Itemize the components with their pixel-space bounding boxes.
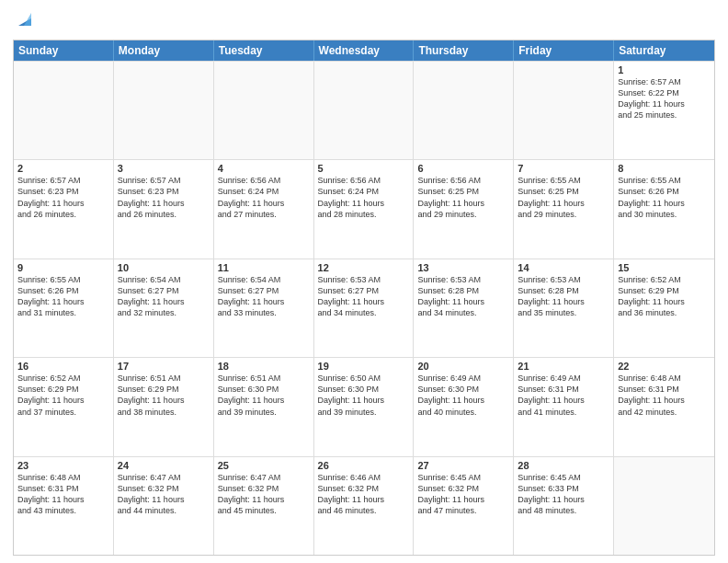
day-info: Sunrise: 6:48 AM Sunset: 6:31 PM Dayligh… (17, 472, 109, 517)
header-cell-saturday: Saturday (614, 40, 714, 61)
day-number: 26 (318, 460, 410, 471)
day-number: 2 (17, 163, 109, 174)
day-number: 27 (417, 460, 509, 471)
day-info: Sunrise: 6:47 AM Sunset: 6:32 PM Dayligh… (218, 472, 310, 517)
empty-cell-0-1 (114, 62, 214, 159)
day-cell-18: 18Sunrise: 6:51 AM Sunset: 6:30 PM Dayli… (214, 358, 314, 455)
day-cell-28: 28Sunrise: 6:45 AM Sunset: 6:33 PM Dayli… (514, 457, 614, 555)
header-cell-thursday: Thursday (414, 40, 514, 61)
day-cell-14: 14Sunrise: 6:53 AM Sunset: 6:28 PM Dayli… (514, 259, 614, 357)
day-cell-4: 4Sunrise: 6:56 AM Sunset: 6:24 PM Daylig… (214, 160, 314, 258)
day-info: Sunrise: 6:57 AM Sunset: 6:23 PM Dayligh… (17, 175, 109, 220)
svg-marker-1 (24, 13, 31, 26)
day-cell-22: 22Sunrise: 6:48 AM Sunset: 6:31 PM Dayli… (614, 358, 714, 455)
day-number: 13 (417, 262, 509, 273)
day-info: Sunrise: 6:51 AM Sunset: 6:30 PM Dayligh… (218, 373, 310, 418)
header-cell-tuesday: Tuesday (214, 40, 314, 61)
day-cell-26: 26Sunrise: 6:46 AM Sunset: 6:32 PM Dayli… (314, 457, 415, 555)
day-number: 24 (118, 460, 210, 471)
calendar-header-row: SundayMondayTuesdayWednesdayThursdayFrid… (14, 40, 714, 61)
day-info: Sunrise: 6:46 AM Sunset: 6:32 PM Dayligh… (318, 472, 410, 517)
day-number: 8 (618, 163, 711, 174)
day-info: Sunrise: 6:53 AM Sunset: 6:27 PM Dayligh… (318, 274, 410, 319)
header-cell-sunday: Sunday (14, 40, 114, 61)
day-number: 7 (518, 163, 609, 174)
day-number: 22 (618, 361, 711, 372)
day-cell-2: 2Sunrise: 6:57 AM Sunset: 6:23 PM Daylig… (14, 160, 114, 258)
day-cell-6: 6Sunrise: 6:56 AM Sunset: 6:25 PM Daylig… (414, 160, 514, 258)
day-number: 19 (318, 361, 410, 372)
day-cell-11: 11Sunrise: 6:54 AM Sunset: 6:27 PM Dayli… (214, 259, 314, 357)
day-cell-25: 25Sunrise: 6:47 AM Sunset: 6:32 PM Dayli… (214, 457, 314, 555)
day-cell-12: 12Sunrise: 6:53 AM Sunset: 6:27 PM Dayli… (314, 259, 415, 357)
day-info: Sunrise: 6:55 AM Sunset: 6:25 PM Dayligh… (518, 175, 609, 220)
day-info: Sunrise: 6:45 AM Sunset: 6:33 PM Dayligh… (518, 472, 609, 517)
day-cell-5: 5Sunrise: 6:56 AM Sunset: 6:24 PM Daylig… (314, 160, 415, 258)
day-info: Sunrise: 6:49 AM Sunset: 6:31 PM Dayligh… (518, 373, 609, 418)
day-number: 20 (417, 361, 509, 372)
empty-cell-0-3 (314, 62, 415, 159)
empty-cell-4-6 (614, 457, 714, 555)
day-info: Sunrise: 6:48 AM Sunset: 6:31 PM Dayligh… (618, 373, 711, 418)
week-row-1: 1Sunrise: 6:57 AM Sunset: 6:22 PM Daylig… (14, 61, 714, 159)
calendar: SundayMondayTuesdayWednesdayThursdayFrid… (13, 40, 715, 556)
day-info: Sunrise: 6:55 AM Sunset: 6:26 PM Dayligh… (618, 175, 711, 220)
day-info: Sunrise: 6:53 AM Sunset: 6:28 PM Dayligh… (417, 274, 509, 319)
empty-cell-0-2 (214, 62, 314, 159)
calendar-body: 1Sunrise: 6:57 AM Sunset: 6:22 PM Daylig… (14, 61, 714, 555)
day-number: 1 (618, 64, 711, 75)
day-cell-20: 20Sunrise: 6:49 AM Sunset: 6:30 PM Dayli… (414, 358, 514, 455)
day-number: 17 (118, 361, 210, 372)
header-cell-friday: Friday (514, 40, 614, 61)
day-number: 23 (17, 460, 109, 471)
page: SundayMondayTuesdayWednesdayThursdayFrid… (0, 0, 728, 563)
day-cell-7: 7Sunrise: 6:55 AM Sunset: 6:25 PM Daylig… (514, 160, 614, 258)
day-cell-1: 1Sunrise: 6:57 AM Sunset: 6:22 PM Daylig… (614, 62, 714, 159)
day-info: Sunrise: 6:52 AM Sunset: 6:29 PM Dayligh… (618, 274, 711, 319)
day-cell-27: 27Sunrise: 6:45 AM Sunset: 6:32 PM Dayli… (414, 457, 514, 555)
day-info: Sunrise: 6:57 AM Sunset: 6:22 PM Dayligh… (618, 76, 711, 121)
day-info: Sunrise: 6:51 AM Sunset: 6:29 PM Dayligh… (118, 373, 210, 418)
day-cell-21: 21Sunrise: 6:49 AM Sunset: 6:31 PM Dayli… (514, 358, 614, 455)
day-cell-17: 17Sunrise: 6:51 AM Sunset: 6:29 PM Dayli… (114, 358, 214, 455)
day-number: 18 (218, 361, 310, 372)
day-number: 10 (118, 262, 210, 273)
day-info: Sunrise: 6:53 AM Sunset: 6:28 PM Dayligh… (518, 274, 609, 319)
empty-cell-0-0 (14, 62, 114, 159)
day-info: Sunrise: 6:55 AM Sunset: 6:26 PM Dayligh… (17, 274, 109, 319)
day-number: 16 (17, 361, 109, 372)
day-cell-16: 16Sunrise: 6:52 AM Sunset: 6:29 PM Dayli… (14, 358, 114, 455)
day-number: 12 (318, 262, 410, 273)
day-number: 21 (518, 361, 609, 372)
week-row-5: 23Sunrise: 6:48 AM Sunset: 6:31 PM Dayli… (14, 456, 714, 555)
logo-area (13, 9, 35, 34)
day-info: Sunrise: 6:54 AM Sunset: 6:27 PM Dayligh… (218, 274, 310, 319)
header-cell-monday: Monday (114, 40, 214, 61)
day-number: 25 (218, 460, 310, 471)
day-number: 14 (518, 262, 609, 273)
day-number: 15 (618, 262, 711, 273)
header (13, 9, 715, 34)
day-number: 9 (17, 262, 109, 273)
day-cell-15: 15Sunrise: 6:52 AM Sunset: 6:29 PM Dayli… (614, 259, 714, 357)
day-cell-19: 19Sunrise: 6:50 AM Sunset: 6:30 PM Dayli… (314, 358, 415, 455)
day-info: Sunrise: 6:56 AM Sunset: 6:24 PM Dayligh… (218, 175, 310, 220)
day-cell-3: 3Sunrise: 6:57 AM Sunset: 6:23 PM Daylig… (114, 160, 214, 258)
day-number: 3 (118, 163, 210, 174)
day-info: Sunrise: 6:56 AM Sunset: 6:24 PM Dayligh… (318, 175, 410, 220)
day-number: 4 (218, 163, 310, 174)
day-cell-8: 8Sunrise: 6:55 AM Sunset: 6:26 PM Daylig… (614, 160, 714, 258)
day-cell-13: 13Sunrise: 6:53 AM Sunset: 6:28 PM Dayli… (414, 259, 514, 357)
day-number: 11 (218, 262, 310, 273)
empty-cell-0-5 (514, 62, 614, 159)
day-cell-10: 10Sunrise: 6:54 AM Sunset: 6:27 PM Dayli… (114, 259, 214, 357)
empty-cell-0-4 (414, 62, 514, 159)
day-info: Sunrise: 6:56 AM Sunset: 6:25 PM Dayligh… (417, 175, 509, 220)
day-info: Sunrise: 6:50 AM Sunset: 6:30 PM Dayligh… (318, 373, 410, 418)
day-number: 28 (518, 460, 609, 471)
day-info: Sunrise: 6:45 AM Sunset: 6:32 PM Dayligh… (417, 472, 509, 517)
day-cell-23: 23Sunrise: 6:48 AM Sunset: 6:31 PM Dayli… (14, 457, 114, 555)
logo-icon (15, 9, 35, 29)
week-row-3: 9Sunrise: 6:55 AM Sunset: 6:26 PM Daylig… (14, 259, 714, 357)
day-cell-9: 9Sunrise: 6:55 AM Sunset: 6:26 PM Daylig… (14, 259, 114, 357)
